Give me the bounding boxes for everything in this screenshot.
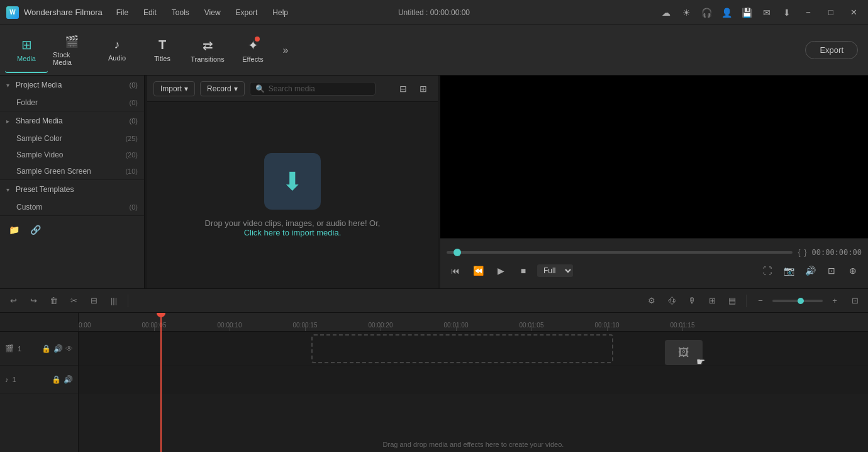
sidebar-item-sample-color[interactable]: Sample Color (25) xyxy=(0,130,144,147)
toolbar-effects[interactable]: ✦ Effects xyxy=(231,28,274,73)
video-track-drop-zone[interactable]: 🖼 ☛ xyxy=(311,334,613,363)
zoom-slider-thumb[interactable] xyxy=(798,298,804,304)
zoom-in-button[interactable]: + xyxy=(826,293,843,309)
content-area: ▾ Project Media (0) Folder (0) ▸ Shared … xyxy=(0,76,868,288)
timeline-area: ↩ ↪ 🗑 ✂ ⊟ ||| ⚙ ⛗ 🎙 ⊞ ▤ − + ⊡ xyxy=(0,288,868,452)
effects-label: Effects xyxy=(242,55,263,63)
toolbar-more-button[interactable]: » xyxy=(277,42,294,59)
export-button[interactable]: Export xyxy=(805,41,858,59)
new-folder-button[interactable]: 📁 xyxy=(5,221,23,239)
delete-button[interactable]: 🗑 xyxy=(45,293,62,309)
sidebar-item-sample-green-screen[interactable]: Sample Green Screen (10) xyxy=(0,163,144,179)
import-dropdown-icon: ▾ xyxy=(184,84,188,93)
camera-icon[interactable]: 📷 xyxy=(780,262,798,280)
sidebar-item-folder[interactable]: Folder (0) xyxy=(0,94,144,111)
audio-lock-icon[interactable]: 🔒 xyxy=(52,375,61,384)
zoom-out-button[interactable]: − xyxy=(752,293,769,309)
project-media-header[interactable]: ▾ Project Media (0) xyxy=(0,76,144,94)
close-button[interactable]: ✕ xyxy=(845,4,862,21)
step-back-button[interactable]: ⏪ xyxy=(469,262,487,280)
save-icon[interactable]: 💾 xyxy=(740,6,754,20)
app-logo: W xyxy=(6,6,19,19)
fullscreen-icon[interactable]: ⛶ xyxy=(759,262,776,280)
play-button[interactable]: ▶ xyxy=(492,262,509,280)
toolbar-stock-media[interactable]: 🎬 Stock Media xyxy=(50,28,93,73)
preview-timeline-bar: { } 00:00:00:00 xyxy=(447,248,862,257)
adjust-button[interactable]: ⊟ xyxy=(86,293,102,309)
grid-icon[interactable]: ⊞ xyxy=(415,81,431,97)
fit-button[interactable]: ⊡ xyxy=(847,293,863,309)
skip-back-button[interactable]: ⏮ xyxy=(447,262,464,280)
ruler-mark-7: 00:01:10 xyxy=(595,322,620,329)
folder-label: Folder xyxy=(16,98,38,107)
timeline-content: 🎬 1 🔒 🔊 👁 ♪ 1 🔒 🔊 xyxy=(0,313,868,452)
import-button[interactable]: Import ▾ xyxy=(153,81,195,96)
account-icon[interactable]: 👤 xyxy=(720,6,733,20)
crop-icon[interactable]: ⊕ xyxy=(844,262,862,280)
volume-icon[interactable]: 🔊 xyxy=(801,262,819,280)
minimize-button[interactable]: − xyxy=(800,4,816,21)
settings-tl-button[interactable]: ⚙ xyxy=(643,293,660,309)
filter-icon[interactable]: ⊟ xyxy=(395,81,411,97)
preview-controls: { } 00:00:00:00 ⏮ ⏪ ▶ ■ Full 75% 50% 25%… xyxy=(440,238,868,288)
mail-icon[interactable]: ✉ xyxy=(760,6,774,20)
mic-button[interactable]: 🎙 xyxy=(684,293,700,309)
split-button[interactable]: ⊞ xyxy=(704,293,720,309)
layout-icon[interactable]: ⊡ xyxy=(823,262,840,280)
audio-track-content[interactable] xyxy=(79,366,868,393)
cut-button[interactable]: ✂ xyxy=(65,293,82,309)
track-eye-icon[interactable]: 👁 xyxy=(65,344,73,353)
ruler-mark-6: 00:01:05 xyxy=(520,322,544,329)
zoom-select[interactable]: Full 75% 50% 25% xyxy=(537,264,573,277)
video-button[interactable]: ▤ xyxy=(724,293,740,309)
timeline-markers: { } xyxy=(798,248,806,257)
toolbar-transitions[interactable]: ⇄ Transitions xyxy=(186,28,229,73)
menu-tools[interactable]: Tools xyxy=(169,7,192,18)
toolbar-titles[interactable]: T Titles xyxy=(141,28,184,73)
shared-media-label: Shared Media xyxy=(16,116,63,125)
sidebar-section-shared-media: ▸ Shared Media (0) Sample Color (25) Sam… xyxy=(0,111,144,180)
toolbar-media[interactable]: ⊞ Media xyxy=(5,28,48,73)
redo-button[interactable]: ↪ xyxy=(25,293,42,309)
link-button[interactable]: 🔗 xyxy=(26,221,44,239)
zoom-slider[interactable] xyxy=(772,300,823,302)
menu-help[interactable]: Help xyxy=(270,7,291,18)
transitions-icon: ⇄ xyxy=(203,38,213,53)
sidebar-item-sample-video[interactable]: Sample Video (20) xyxy=(0,147,144,163)
chevron-right-icon: ▸ xyxy=(6,118,9,125)
video-track-content[interactable]: 🖼 ☛ xyxy=(79,332,868,366)
settings-icon[interactable]: ☀ xyxy=(679,6,693,20)
audio-label: Audio xyxy=(108,54,126,62)
cloud-icon[interactable]: ☁ xyxy=(659,6,673,20)
audio-adjust-button[interactable]: ||| xyxy=(106,293,122,309)
toolbar-audio[interactable]: ♪ Audio xyxy=(96,28,138,73)
marker-in[interactable]: { xyxy=(798,248,800,257)
download-icon[interactable]: ⬇ xyxy=(780,6,794,20)
search-input[interactable] xyxy=(269,84,370,93)
menu-export[interactable]: Export xyxy=(233,7,260,18)
sample-video-count: (20) xyxy=(125,151,138,159)
custom-label: Custom xyxy=(16,203,42,212)
preview-scrubber[interactable] xyxy=(447,251,793,254)
shared-media-header[interactable]: ▸ Shared Media (0) xyxy=(0,111,144,130)
preset-templates-header[interactable]: ▾ Preset Templates xyxy=(0,180,144,199)
scrubber-thumb[interactable] xyxy=(453,249,461,256)
stop-button[interactable]: ■ xyxy=(515,262,532,280)
mark-button[interactable]: ⛗ xyxy=(664,293,680,309)
media-drop-zone[interactable]: ⬇ Drop your video clips, images, or audi… xyxy=(147,102,438,288)
track-lock-icon[interactable]: 🔒 xyxy=(42,344,51,353)
track-mute-icon[interactable]: 🔊 xyxy=(53,344,63,353)
headphones-icon[interactable]: 🎧 xyxy=(699,6,713,20)
sidebar-item-custom[interactable]: Custom (0) xyxy=(0,199,144,215)
menu-view[interactable]: View xyxy=(202,7,223,18)
timeline-ruler[interactable]: 00:00:00 00:00:05 00:00:10 00:00:15 00:0… xyxy=(79,313,868,332)
marker-out[interactable]: } xyxy=(804,248,807,257)
menu-file[interactable]: File xyxy=(114,7,131,18)
undo-button[interactable]: ↩ xyxy=(5,293,21,309)
record-button[interactable]: Record ▾ xyxy=(200,81,245,96)
audio-mute-icon[interactable]: 🔊 xyxy=(64,375,73,384)
timeline-playhead[interactable] xyxy=(160,313,162,452)
import-link[interactable]: Click here to import media. xyxy=(244,228,342,237)
maximize-button[interactable]: □ xyxy=(823,4,839,21)
menu-edit[interactable]: Edit xyxy=(141,7,159,18)
